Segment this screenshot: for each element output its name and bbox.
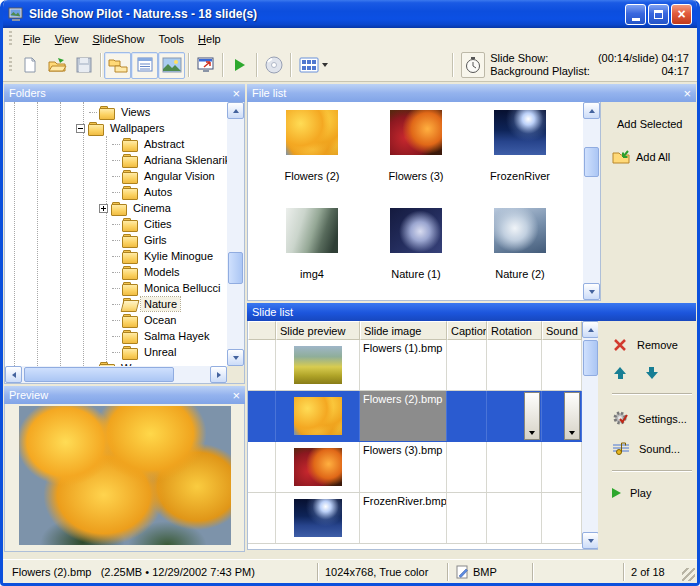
tree-item-angular-vision[interactable]: Angular Vision bbox=[5, 168, 227, 184]
menubar-grip[interactable] bbox=[9, 31, 12, 47]
slide-image-cell: FrozenRiver.bmp bbox=[360, 493, 447, 543]
scroll-down-button[interactable] bbox=[227, 349, 244, 366]
file-list-close-icon[interactable]: × bbox=[683, 87, 691, 100]
add-selected-button[interactable]: Add Selected bbox=[611, 118, 692, 130]
scroll-thumb[interactable] bbox=[583, 340, 598, 376]
burn-cd-button[interactable] bbox=[260, 52, 287, 79]
tree-item-autos[interactable]: Autos bbox=[5, 184, 227, 200]
file-item[interactable]: Nature (1) bbox=[364, 208, 468, 300]
scroll-left-button[interactable] bbox=[5, 366, 22, 383]
tree-item-cinema[interactable]: Cinema bbox=[5, 200, 227, 216]
tree-item-adriana[interactable]: Adriana Sklenarik bbox=[5, 152, 227, 168]
file-thumbnail bbox=[494, 110, 546, 155]
scroll-thumb[interactable] bbox=[228, 252, 243, 284]
toolbar-separator bbox=[256, 53, 257, 77]
scroll-down-button[interactable] bbox=[582, 532, 599, 549]
tree-item-salma-hayek[interactable]: Salma Hayek bbox=[5, 328, 227, 344]
save-button[interactable] bbox=[70, 52, 97, 79]
minimize-button[interactable] bbox=[625, 4, 646, 25]
remove-button[interactable]: Remove bbox=[612, 337, 692, 353]
tree-item-abstract[interactable]: Abstract bbox=[5, 136, 227, 152]
column-header-caption[interactable]: Caption bbox=[447, 321, 487, 340]
scroll-down-button[interactable] bbox=[583, 283, 600, 300]
timer-button[interactable] bbox=[461, 52, 485, 78]
tree-item-views[interactable]: Views bbox=[5, 104, 227, 120]
slide-row-1[interactable]: Flowers (1).bmp bbox=[248, 340, 582, 391]
file-list-title-label: File list bbox=[252, 87, 286, 99]
close-button[interactable]: × bbox=[671, 4, 692, 25]
tree-item-wallpapers[interactable]: Wallpapers bbox=[5, 120, 227, 136]
column-header-sound[interactable]: Sound bbox=[542, 321, 582, 340]
sound-button[interactable]: Sound... bbox=[612, 441, 692, 456]
tree-item-monica-bellucci[interactable]: Monica Bellucci bbox=[5, 280, 227, 296]
play-slideshow-button[interactable] bbox=[226, 52, 253, 79]
file-item[interactable]: Nature (2) bbox=[468, 208, 572, 300]
tree-item-unreal[interactable]: Unreal bbox=[5, 344, 227, 360]
new-button[interactable] bbox=[16, 52, 43, 79]
toolbar-grip[interactable] bbox=[9, 57, 12, 73]
slide-show-value: (00:14/slide) 04:17 bbox=[598, 52, 689, 65]
add-all-button[interactable]: Add All bbox=[611, 148, 692, 165]
sound-dropdown[interactable] bbox=[564, 392, 580, 440]
file-list-vertical-scrollbar[interactable] bbox=[583, 102, 600, 300]
tree-item-cities[interactable]: Cities bbox=[5, 216, 227, 232]
slide-row-3[interactable]: Flowers (3).bmp bbox=[248, 442, 582, 493]
maximize-button[interactable] bbox=[648, 4, 669, 25]
column-header-slide-preview[interactable]: Slide preview bbox=[276, 321, 360, 340]
file-item[interactable]: img4 bbox=[260, 208, 364, 300]
column-header[interactable] bbox=[248, 321, 276, 340]
tree-item-nature[interactable]: Nature bbox=[5, 296, 227, 312]
folders-vertical-scrollbar[interactable] bbox=[227, 102, 244, 366]
move-up-button[interactable] bbox=[614, 367, 626, 379]
tree-item-girls[interactable]: Girls bbox=[5, 232, 227, 248]
tree-item-kylie-minogue[interactable]: Kylie Minogue bbox=[5, 248, 227, 264]
scroll-up-button[interactable] bbox=[582, 321, 599, 338]
play-button[interactable]: Play bbox=[612, 487, 692, 499]
folders-close-icon[interactable]: × bbox=[232, 87, 240, 100]
thumbnail-view-button[interactable] bbox=[294, 52, 332, 79]
preview-panel: Preview × bbox=[4, 386, 245, 552]
file-item[interactable]: Flowers (3) bbox=[364, 110, 468, 208]
menu-tools[interactable]: Tools bbox=[151, 30, 191, 48]
show-filelist-button[interactable] bbox=[131, 52, 158, 79]
slide-row-4[interactable]: FrozenRiver.bmp bbox=[248, 493, 582, 544]
scroll-track[interactable] bbox=[22, 366, 210, 383]
open-button[interactable] bbox=[43, 52, 70, 79]
show-preview-button[interactable] bbox=[158, 52, 185, 79]
scroll-thumb[interactable] bbox=[584, 147, 599, 177]
scroll-up-button[interactable] bbox=[583, 102, 600, 119]
menu-file[interactable]: File bbox=[16, 30, 48, 48]
menu-view[interactable]: View bbox=[48, 30, 86, 48]
move-down-button[interactable] bbox=[646, 367, 658, 379]
scroll-track[interactable] bbox=[583, 119, 600, 283]
slideshow-window-button[interactable] bbox=[192, 52, 219, 79]
menu-slideshow[interactable]: SlideShow bbox=[85, 30, 151, 48]
sound-cell bbox=[542, 442, 582, 492]
scroll-right-button[interactable] bbox=[210, 366, 227, 383]
menu-help[interactable]: Help bbox=[191, 30, 228, 48]
slide-table-header: Slide preview Slide image Caption Rotati… bbox=[248, 321, 582, 340]
slide-row-2-selected[interactable]: Flowers (2).bmp bbox=[248, 391, 582, 442]
column-header-slide-image[interactable]: Slide image bbox=[360, 321, 447, 340]
rotation-dropdown[interactable] bbox=[524, 392, 540, 440]
tree-item-ocean[interactable]: Ocean bbox=[5, 312, 227, 328]
collapse-icon[interactable] bbox=[76, 124, 85, 133]
file-item[interactable]: FrozenRiver bbox=[468, 110, 572, 208]
tree-item-models[interactable]: Models bbox=[5, 264, 227, 280]
settings-button[interactable]: Settings... bbox=[612, 410, 692, 427]
status-position: 2 of 18 bbox=[624, 563, 682, 581]
column-header-rotation[interactable]: Rotation bbox=[487, 321, 542, 340]
preview-close-icon[interactable]: × bbox=[232, 389, 240, 402]
resize-grip[interactable] bbox=[682, 568, 695, 581]
slide-list-vertical-scrollbar[interactable] bbox=[582, 321, 599, 549]
scroll-track[interactable] bbox=[227, 119, 244, 349]
show-folders-button[interactable] bbox=[104, 52, 131, 79]
scroll-thumb[interactable] bbox=[24, 367, 174, 382]
tree-item-clipped[interactable]: Wa bbox=[5, 360, 227, 366]
folders-horizontal-scrollbar[interactable] bbox=[5, 366, 227, 383]
expand-icon[interactable] bbox=[99, 204, 108, 213]
file-item[interactable]: Flowers (2) bbox=[260, 110, 364, 208]
toolbar-separator bbox=[188, 53, 189, 77]
scroll-up-button[interactable] bbox=[227, 102, 244, 119]
scroll-track[interactable] bbox=[582, 338, 599, 532]
